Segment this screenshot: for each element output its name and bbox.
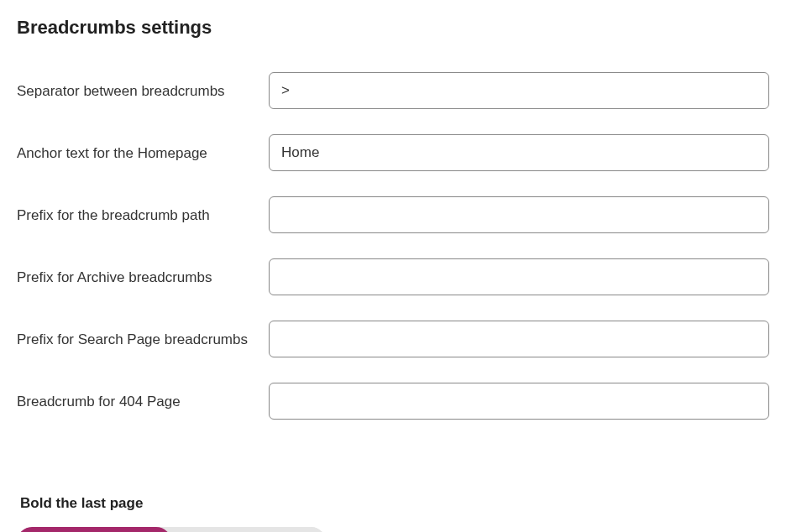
- label-anchor-home: Anchor text for the Homepage: [17, 134, 269, 164]
- bold-last-page-section: Bold the last page Bold Regular: [17, 495, 769, 532]
- label-prefix-path: Prefix for the breadcrumb path: [17, 196, 269, 227]
- input-prefix-path[interactable]: [269, 196, 769, 233]
- input-breadcrumb-404[interactable]: [269, 383, 769, 420]
- label-prefix-search: Prefix for Search Page breadcrumbs: [17, 321, 269, 351]
- input-prefix-search[interactable]: [269, 321, 769, 357]
- row-prefix-archive: Prefix for Archive breadcrumbs: [17, 258, 769, 295]
- label-prefix-archive: Prefix for Archive breadcrumbs: [17, 258, 269, 289]
- row-prefix-path: Prefix for the breadcrumb path: [17, 196, 769, 233]
- row-breadcrumb-404: Breadcrumb for 404 Page: [17, 383, 769, 420]
- toggle-regular-button[interactable]: Regular: [171, 527, 326, 532]
- label-breadcrumb-404: Breadcrumb for 404 Page: [17, 383, 269, 413]
- row-separator: Separator between breadcrumbs: [17, 72, 769, 109]
- row-prefix-search: Prefix for Search Page breadcrumbs: [17, 321, 769, 357]
- form-section: Separator between breadcrumbs Anchor tex…: [17, 72, 769, 453]
- row-anchor-home: Anchor text for the Homepage: [17, 134, 769, 171]
- label-separator: Separator between breadcrumbs: [17, 72, 269, 102]
- input-anchor-home[interactable]: [269, 134, 769, 171]
- bold-last-page-label: Bold the last page: [17, 495, 769, 512]
- bold-toggle-group: Bold Regular: [17, 527, 326, 532]
- page-title: Breadcrumbs settings: [17, 17, 769, 39]
- input-separator[interactable]: [269, 72, 769, 109]
- input-prefix-archive[interactable]: [269, 258, 769, 295]
- toggle-bold-button[interactable]: Bold: [17, 527, 171, 532]
